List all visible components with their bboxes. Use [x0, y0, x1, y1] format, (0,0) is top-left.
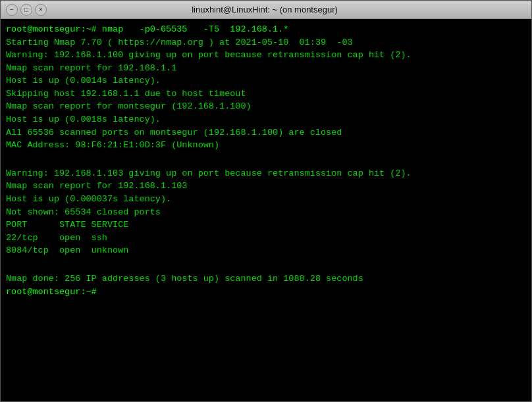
terminal-line: 8084/tcp open unknown	[6, 244, 526, 257]
terminal-empty-line	[6, 152, 526, 167]
close-button[interactable]: ×	[35, 4, 47, 16]
terminal-line: root@montsegur:~# nmap -p0-65535 -T5 192…	[6, 23, 526, 36]
terminal-line: Nmap scan report for 192.168.1.1	[6, 62, 526, 75]
terminal-line: Nmap scan report for montsegur (192.168.…	[6, 100, 526, 113]
titlebar: − □ × linuxhint@LinuxHint: ~ (on montseg…	[1, 1, 531, 19]
terminal-line: Starting Nmap 7.70 ( https://nmap.org ) …	[6, 36, 526, 49]
terminal-line: All 65536 scanned ports on montsegur (19…	[6, 126, 526, 139]
terminal-line: MAC Address: 98:F6:21:E1:0D:3F (Unknown)	[6, 139, 526, 152]
window-controls[interactable]: − □ ×	[6, 4, 47, 16]
terminal-line: Host is up (0.000037s latency).	[6, 193, 526, 206]
terminal-line: 22/tcp open ssh	[6, 232, 526, 245]
terminal-line: Not shown: 65534 closed ports	[6, 206, 526, 219]
terminal-line: Skipping host 192.168.1.1 due to host ti…	[6, 88, 526, 101]
terminal-line: Warning: 192.168.1.103 giving up on port…	[6, 167, 526, 180]
minimize-button[interactable]: −	[6, 4, 18, 16]
terminal-line: Nmap scan report for 192.168.1.103	[6, 180, 526, 193]
terminal-line: Host is up (0.0014s latency).	[6, 74, 526, 88]
terminal-line: Host is up (0.0018s latency).	[6, 113, 526, 126]
terminal-body[interactable]: root@montsegur:~# nmap -p0-65535 -T5 192…	[1, 19, 531, 401]
terminal-line: root@montsegur:~#	[6, 286, 526, 299]
terminal-line: Warning: 192.168.1.100 giving up on port…	[6, 49, 526, 62]
window-title: linuxhint@LinuxHint: ~ (on montsegur)	[47, 5, 483, 14]
maximize-button[interactable]: □	[20, 4, 32, 16]
terminal-window: − □ × linuxhint@LinuxHint: ~ (on montseg…	[0, 0, 532, 402]
terminal-empty-line	[6, 257, 526, 272]
terminal-line: Nmap done: 256 IP addresses (3 hosts up)…	[6, 272, 526, 286]
terminal-line: PORT STATE SERVICE	[6, 218, 526, 232]
